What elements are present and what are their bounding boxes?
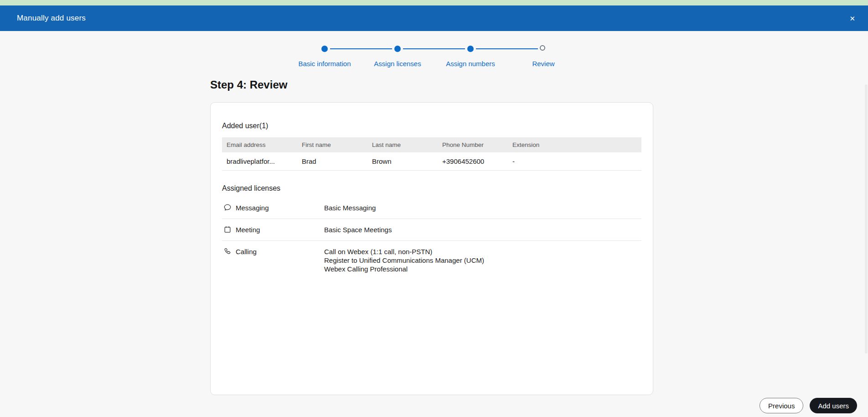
cell-last-name: Brown (367, 157, 438, 165)
step-label-basic-information[interactable]: Basic information (288, 60, 361, 68)
stepper: Basic information Assign licenses Assign… (288, 40, 580, 74)
phone-icon (223, 247, 232, 255)
stepper-connector (476, 48, 538, 49)
table-header-row: Email address First name Last name Phone… (222, 137, 641, 152)
cell-email: bradliveplatfor... (222, 157, 297, 165)
step-dot-assign-numbers[interactable] (467, 46, 474, 52)
step-label-assign-licenses[interactable]: Assign licenses (361, 60, 434, 68)
license-value: Register to Unified Communications Manag… (324, 256, 484, 265)
assigned-licenses-section: Assigned licenses Messaging Basic Messag… (222, 184, 641, 280)
license-label-meeting: Meeting (222, 225, 324, 234)
stepper-connector (403, 48, 465, 49)
license-values-calling: Call on Webex (1:1 call, non-PSTN) Regis… (324, 247, 484, 273)
license-values-messaging: Basic Messaging (324, 203, 376, 212)
license-value: Call on Webex (1:1 call, non-PSTN) (324, 247, 484, 256)
list-item-calling: Calling Call on Webex (1:1 call, non-PST… (222, 241, 641, 280)
add-users-button[interactable]: Add users (810, 398, 857, 413)
calendar-icon (223, 225, 232, 234)
license-values-meeting: Basic Space Meetings (324, 225, 392, 234)
list-item-messaging: Messaging Basic Messaging (222, 197, 641, 219)
step-dot-assign-licenses[interactable] (394, 46, 401, 52)
scrollbar[interactable] (865, 84, 868, 354)
license-label-messaging: Messaging (222, 203, 324, 212)
column-header-phone-number: Phone Number (438, 141, 508, 148)
review-card: Added user(1) Email address First name L… (210, 102, 653, 395)
stepper-connector (330, 48, 392, 49)
license-label-text: Meeting (236, 226, 260, 234)
license-label-calling: Calling (222, 247, 324, 255)
assigned-licenses-title: Assigned licenses (222, 184, 641, 193)
column-header-first-name: First name (297, 141, 367, 148)
footer-actions: Previous Add users (760, 398, 857, 413)
license-label-text: Messaging (236, 204, 269, 212)
step-dot-basic-information[interactable] (321, 46, 328, 52)
table-row: bradliveplatfor... Brad Brown +390645260… (222, 152, 641, 171)
step-label-assign-numbers[interactable]: Assign numbers (434, 60, 507, 68)
license-value: Basic Space Meetings (324, 225, 392, 234)
added-user-title: Added user(1) (222, 122, 641, 130)
added-user-table: Email address First name Last name Phone… (222, 137, 641, 171)
close-icon[interactable]: ✕ (847, 13, 857, 24)
previous-button[interactable]: Previous (760, 398, 803, 413)
license-value: Basic Messaging (324, 203, 376, 212)
column-header-email: Email address (222, 141, 297, 148)
dialog-title: Manually add users (17, 14, 86, 23)
page-title: Step 4: Review (210, 78, 868, 91)
chat-bubble-icon (223, 203, 232, 212)
license-value: Webex Calling Professional (324, 265, 484, 273)
license-label-text: Calling (236, 248, 257, 255)
step-label-review[interactable]: Review (507, 60, 580, 68)
column-header-last-name: Last name (367, 141, 438, 148)
list-item-meeting: Meeting Basic Space Meetings (222, 219, 641, 241)
cell-phone-number: +3906452600 (438, 157, 508, 165)
license-list: Messaging Basic Messaging Meeting (222, 197, 641, 280)
step-dot-review[interactable] (540, 45, 545, 51)
cell-first-name: Brad (297, 157, 367, 165)
dialog-header: Manually add users ✕ (0, 5, 868, 31)
cell-extension: - (508, 157, 641, 165)
top-accent-strip (0, 0, 868, 5)
column-header-extension: Extension (508, 141, 641, 148)
